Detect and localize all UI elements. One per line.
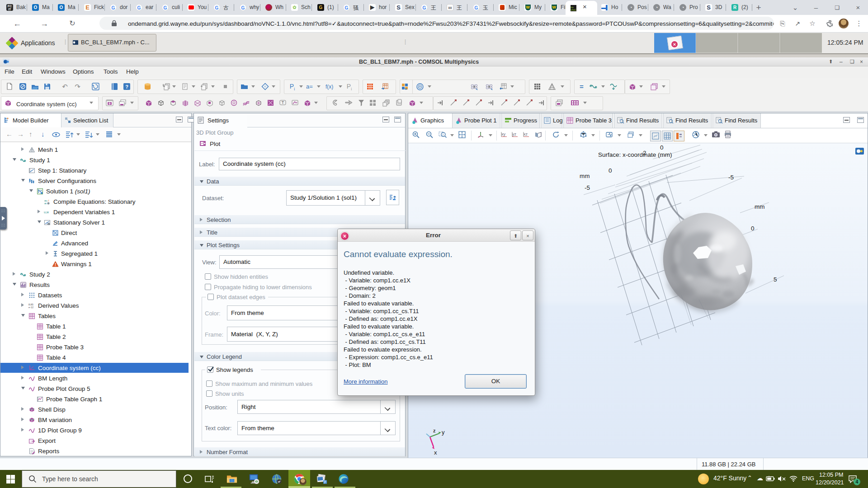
svg-text:xy: xy [501,132,506,136]
svg-text:-5: -5 [728,174,734,181]
svg-text:0: 0 [751,225,755,232]
svg-text:0: 0 [609,167,612,174]
svg-text:?: ? [125,84,128,89]
svg-text:xz: xz [524,132,528,136]
svg-text:z: z [433,428,436,433]
svg-text:x: x [434,449,437,456]
svg-text:T: T [282,100,284,105]
svg-text:-5: -5 [585,184,590,191]
svg-text:mm: mm [580,173,590,179]
svg-text:y: y [442,429,445,436]
svg-text:mm: mm [755,203,765,210]
svg-text:5: 5 [774,276,777,283]
svg-text:Surface: x-coordinate (mm): Surface: x-coordinate (mm) [598,151,672,158]
svg-text:0: 0 [660,144,664,151]
svg-text:yz: yz [512,132,517,136]
